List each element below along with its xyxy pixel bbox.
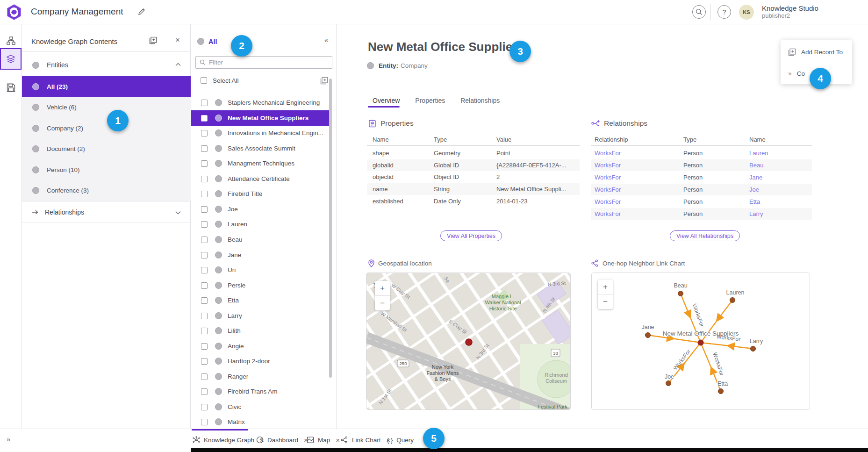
expand-chevrons-icon[interactable]: » [7,435,10,443]
entity-type-row-document[interactable]: Document (2) [22,138,191,159]
item-checkbox[interactable] [201,419,208,425]
add-selection-to-new-icon[interactable] [320,77,328,86]
list-scrollbar[interactable] [329,74,332,448]
list-item[interactable]: Jane [191,247,330,263]
rel-name-link[interactable]: Lauren [749,147,768,159]
avatar[interactable]: KS [739,5,754,20]
zoom-out-button[interactable]: − [375,296,390,310]
item-checkbox[interactable] [201,191,208,197]
item-checkbox[interactable] [201,282,208,289]
list-item[interactable]: Firebird Trans Am [191,384,330,399]
rel-link[interactable]: WorksFor [595,208,621,220]
rel-name-link[interactable]: Larry [749,208,763,220]
entity-type-row-company[interactable]: Company (2) [22,118,191,138]
list-item[interactable]: Joe [191,201,330,217]
entity-type-row-all[interactable]: All (23) [22,76,191,97]
layers-icon[interactable] [0,48,22,70]
entities-section-header[interactable]: Entities [22,58,191,72]
rel-link[interactable]: WorksFor [595,147,621,159]
link-chart[interactable]: + − [591,273,810,410]
zoom-in-button[interactable]: + [598,280,613,294]
item-checkbox[interactable] [201,373,208,380]
item-checkbox[interactable] [201,176,208,182]
app-logo-icon[interactable] [6,4,22,22]
rel-link[interactable]: WorksFor [595,172,621,183]
list-item[interactable]: Firebird Title [191,186,330,201]
list-item[interactable]: Civic [191,399,330,415]
list-item[interactable]: Uri [191,262,330,278]
entity-type-row-conference[interactable]: Conference (3) [22,180,191,201]
list-item-selected[interactable]: New Metal Office Suppliers [191,110,330,126]
view-tab-map[interactable]: Map × [307,433,340,447]
zoom-out-button[interactable]: − [598,294,613,309]
item-checkbox[interactable] [201,206,208,213]
list-item[interactable]: Matrix [191,414,330,430]
list-item[interactable]: Staplers Mechanical Engineering [191,95,330,110]
list-item[interactable]: Persie [191,278,330,293]
item-checkbox[interactable] [201,160,208,167]
list-item[interactable]: Innovations in Mechanical Engin... [191,125,330,141]
entity-type-row-person[interactable]: Person (10) [22,159,191,180]
list-item[interactable]: Lilith [191,323,330,338]
item-checkbox[interactable] [201,100,208,106]
collapse-caret-icon[interactable] [175,63,181,66]
item-checkbox[interactable] [201,358,208,365]
help-icon[interactable]: ? [717,5,731,19]
list-item[interactable]: Ranger [191,369,330,384]
tab-relationships[interactable]: Relationships [460,97,500,104]
relationships-section-header[interactable]: Relationships [22,201,191,222]
add-to-new-tab-icon[interactable] [149,36,157,46]
list-item[interactable]: Sales Associate Summit [191,141,330,156]
list-item[interactable]: Attendance Certificate [191,171,330,187]
item-checkbox[interactable] [201,328,208,334]
item-checkbox[interactable] [201,130,208,136]
view-tab-query[interactable]: { } Query [387,433,414,447]
zoom-in-button[interactable]: + [375,281,390,295]
item-checkbox[interactable] [201,145,208,152]
edit-title-pencil-icon[interactable] [137,7,146,18]
menu-item-add-record-to[interactable]: Add Record To [781,43,852,61]
filter-input[interactable] [209,59,332,66]
tab-properties[interactable]: Properties [415,97,445,104]
rel-name-link[interactable]: Joe [749,184,759,195]
view-tab-knowledge-graph[interactable]: Knowledge Graph × [193,433,264,447]
rel-name-link[interactable]: Jane [749,172,762,183]
save-icon[interactable] [0,77,22,98]
select-all-checkbox[interactable] [201,77,207,84]
item-checkbox[interactable] [201,297,208,304]
item-checkbox[interactable] [201,388,208,395]
close-panel-icon[interactable]: × [175,36,180,45]
geospatial-map[interactable]: + − k Rd W Clay St [366,273,571,410]
item-checkbox[interactable] [201,313,208,319]
item-checkbox[interactable] [201,237,208,243]
list-panel-header[interactable]: All [208,38,217,45]
item-checkbox[interactable] [201,115,208,122]
view-tab-dashboard[interactable]: Dashboard × [256,433,308,447]
list-item[interactable]: Lauren [191,216,330,232]
expand-caret-icon[interactable] [175,211,181,215]
rel-link[interactable]: WorksFor [595,196,621,208]
rel-link[interactable]: WorksFor [595,159,621,171]
item-checkbox[interactable] [201,267,208,273]
rel-name-link[interactable]: Etta [749,196,760,208]
item-checkbox[interactable] [201,252,208,258]
list-item[interactable]: Angie [191,338,330,354]
item-checkbox[interactable] [201,343,208,350]
list-item[interactable]: Hardtop 2-door [191,353,330,369]
list-item[interactable]: Managment Techniques [191,156,330,171]
tab-overview[interactable]: Overview [373,97,400,104]
scrollbar-thumb[interactable] [329,79,332,378]
entity-type-row-vehicle[interactable]: Vehicle (6) [22,97,191,117]
list-item[interactable]: Beau [191,232,330,247]
item-checkbox[interactable] [201,221,208,228]
list-item[interactable]: Larry [191,308,330,323]
rel-link[interactable]: WorksFor [595,184,621,195]
list-item[interactable]: Etta [191,293,330,308]
rel-name-link[interactable]: Beau [749,159,763,171]
collapse-panel-chevrons-icon[interactable]: « [324,36,328,44]
view-all-properties-button[interactable]: View All Properties [440,230,502,241]
search-icon[interactable] [692,5,706,19]
view-tab-link-chart[interactable]: Link Chart × [341,433,390,447]
item-checkbox[interactable] [201,404,208,410]
view-all-relationships-button[interactable]: View All Relationships [670,230,740,241]
